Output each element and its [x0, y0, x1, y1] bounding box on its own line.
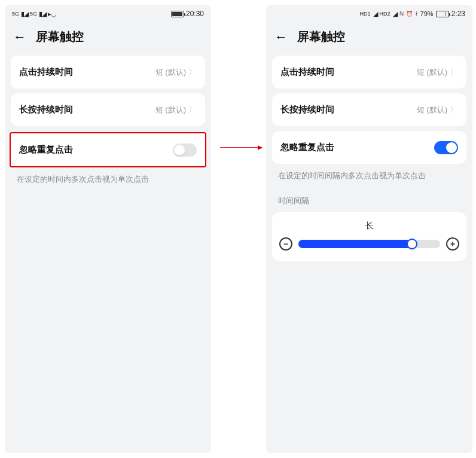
slider-value-label: 长: [279, 221, 459, 231]
signal-label-1: 5G: [12, 11, 19, 17]
long-press-value: 短 (默认): [417, 105, 447, 115]
chevron-right-icon: 〉: [450, 105, 458, 115]
long-press-row[interactable]: 长按持续时间 短 (默认) 〉: [11, 93, 205, 126]
helper-text: 在设定的时间间隔内多次点击视为单次点击: [278, 171, 460, 181]
tap-duration-row[interactable]: 点击持续时间 短 (默认) 〉: [11, 56, 205, 88]
battery-icon: [171, 11, 184, 17]
status-bar: 5G▮◢ 5G▮◢ ▸◡ 20:30: [5, 5, 211, 23]
phone-screen-after: HD1 ◢ HD2 ◢ ℕ ⏰ ᚼ 79% 2:23 ← 屏幕触控 点击持续时间…: [266, 5, 472, 453]
bluetooth-icon: ᚼ: [415, 11, 418, 17]
hd-label-1: HD1: [360, 11, 371, 17]
status-bar: HD1 ◢ HD2 ◢ ℕ ⏰ ᚼ 79% 2:23: [266, 5, 472, 23]
page-title: 屏幕触控: [36, 29, 84, 45]
signal-icon: ◢: [393, 10, 397, 18]
tap-duration-label: 点击持续时间: [280, 66, 334, 78]
signal-icon: ▮◢: [39, 10, 46, 18]
chevron-right-icon: 〉: [188, 67, 197, 78]
signal-label-2: 5G: [30, 11, 37, 17]
alarm-icon: ⏰: [406, 11, 413, 17]
ignore-repeat-row[interactable]: 忽略重复点击: [11, 133, 205, 166]
ignore-repeat-toggle-off[interactable]: [173, 143, 197, 157]
chevron-right-icon: 〉: [188, 105, 197, 115]
arrow-right-icon: [220, 147, 262, 148]
chevron-right-icon: 〉: [450, 67, 458, 78]
long-press-value: 短 (默认): [155, 105, 186, 115]
ignore-repeat-row[interactable]: 忽略重复点击: [272, 131, 466, 164]
highlighted-setting: 忽略重复点击: [10, 132, 206, 167]
page-title: 屏幕触控: [297, 29, 345, 45]
page-header: ← 屏幕触控: [266, 23, 472, 56]
nfc-icon: ℕ: [399, 11, 404, 17]
clock: 2:23: [451, 10, 465, 18]
slider-thumb[interactable]: [407, 239, 417, 249]
battery-percent: 79%: [420, 10, 434, 17]
signal-icon: ▮◢: [21, 10, 28, 18]
clock: 20:30: [186, 10, 204, 18]
signal-icon: ◢: [373, 10, 377, 18]
interval-slider[interactable]: [298, 240, 440, 248]
long-press-label: 长按持续时间: [280, 104, 334, 115]
page-header: ← 屏幕触控: [5, 23, 211, 56]
ignore-repeat-label: 忽略重复点击: [19, 144, 73, 155]
phone-screen-before: 5G▮◢ 5G▮◢ ▸◡ 20:30 ← 屏幕触控 点击持续时间 短 (默认) …: [5, 5, 211, 453]
interval-slider-card: 长 − +: [272, 212, 466, 261]
tap-duration-value: 短 (默认): [155, 67, 186, 78]
tap-duration-value: 短 (默认): [417, 67, 447, 78]
back-arrow-icon[interactable]: ←: [274, 29, 288, 45]
wifi-icon: ▸◡: [48, 10, 56, 18]
arrow-annotation: [220, 147, 262, 148]
ignore-repeat-label: 忽略重复点击: [280, 142, 334, 153]
battery-icon: [436, 11, 449, 17]
minus-button[interactable]: −: [279, 237, 292, 251]
back-arrow-icon[interactable]: ←: [13, 29, 26, 45]
tap-duration-row[interactable]: 点击持续时间 短 (默认) 〉: [272, 56, 466, 88]
interval-section-label: 时间间隔: [278, 196, 460, 206]
plus-button[interactable]: +: [446, 237, 459, 251]
long-press-label: 长按持续时间: [19, 104, 73, 115]
tap-duration-label: 点击持续时间: [19, 66, 73, 78]
hd-label-2: HD2: [380, 11, 390, 17]
helper-text: 在设定的时间内多次点击视为单次点击: [17, 175, 199, 185]
long-press-row[interactable]: 长按持续时间 短 (默认) 〉: [272, 93, 466, 126]
ignore-repeat-toggle-on[interactable]: [434, 141, 458, 154]
slider-fill: [298, 240, 412, 248]
